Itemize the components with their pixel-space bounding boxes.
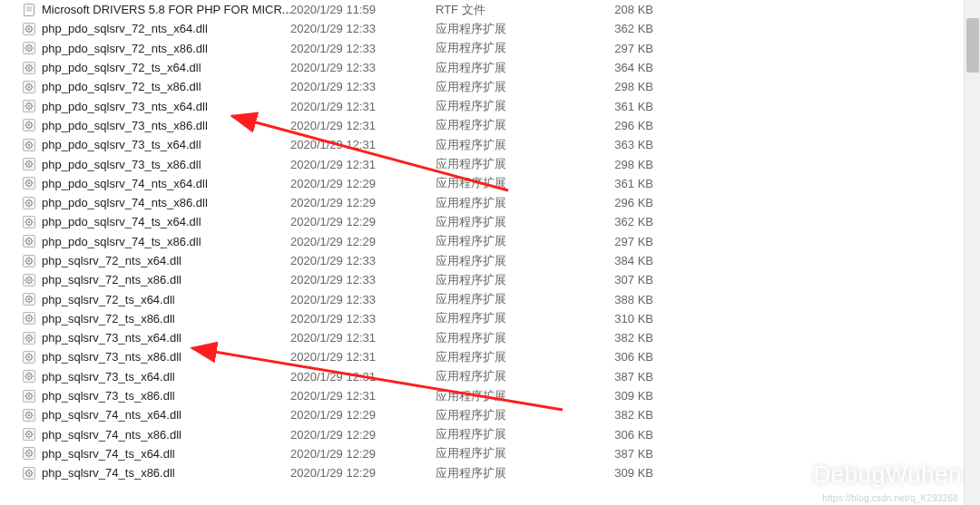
file-size: 208 KB (572, 3, 653, 16)
file-row[interactable]: Microsoft DRIVERS 5.8 FOR PHP FOR MICR..… (0, 0, 964, 19)
file-row[interactable]: php_pdo_sqlsrv_72_nts_x86.dll2020/1/29 1… (0, 39, 964, 58)
svg-line-157 (31, 277, 32, 278)
svg-line-166 (31, 301, 32, 302)
file-name: php_pdo_sqlsrv_73_nts_x86.dll (42, 119, 208, 132)
svg-line-199 (31, 359, 32, 360)
file-list[interactable]: Microsoft DRIVERS 5.8 FOR PHP FOR MICR..… (0, 0, 964, 482)
file-size: 306 KB (572, 428, 653, 442)
dll-gear-icon (22, 311, 36, 325)
svg-point-50 (28, 105, 30, 107)
document-icon (22, 3, 36, 17)
file-name: php_sqlsrv_72_nts_x64.dll (42, 254, 181, 267)
svg-line-198 (26, 354, 27, 355)
file-row[interactable]: php_sqlsrv_72_nts_x64.dll2020/1/29 12:33… (0, 251, 964, 270)
svg-line-232 (31, 417, 32, 418)
file-type: 应用程序扩展 (436, 156, 572, 172)
file-name: php_pdo_sqlsrv_74_nts_x86.dll (42, 196, 208, 209)
file-row[interactable]: php_pdo_sqlsrv_73_nts_x64.dll2020/1/29 1… (0, 96, 964, 115)
file-row[interactable]: php_pdo_sqlsrv_74_nts_x64.dll2020/1/29 1… (0, 174, 964, 193)
svg-line-135 (31, 238, 32, 239)
file-type: 应用程序扩展 (436, 175, 572, 191)
file-row[interactable]: php_sqlsrv_74_nts_x86.dll2020/1/29 12:29… (0, 425, 964, 444)
dll-gear-icon (22, 408, 36, 422)
svg-line-80 (31, 142, 32, 143)
scrollbar-thumb[interactable] (966, 18, 979, 73)
file-date: 2020/1/29 12:33 (290, 22, 436, 35)
file-size: 387 KB (572, 370, 653, 384)
file-row[interactable]: php_pdo_sqlsrv_74_nts_x86.dll2020/1/29 1… (0, 193, 964, 212)
svg-line-155 (31, 282, 32, 283)
file-size: 298 KB (572, 158, 653, 171)
file-date: 2020/1/29 12:29 (290, 215, 436, 228)
svg-line-33 (26, 64, 27, 65)
file-date: 2020/1/29 12:29 (290, 235, 436, 248)
dll-gear-icon (22, 234, 36, 248)
file-row[interactable]: php_sqlsrv_72_ts_x64.dll2020/1/29 12:33应… (0, 289, 964, 308)
svg-line-178 (26, 321, 27, 322)
file-size: 306 KB (572, 350, 653, 364)
svg-point-105 (28, 202, 30, 204)
file-type: 应用程序扩展 (436, 214, 572, 230)
file-size: 382 KB (572, 331, 653, 345)
file-row[interactable]: php_pdo_sqlsrv_73_ts_x86.dll2020/1/29 12… (0, 154, 964, 173)
file-size: 296 KB (572, 196, 653, 209)
dll-gear-icon (22, 80, 36, 94)
svg-line-254 (31, 456, 32, 457)
file-size: 362 KB (572, 215, 653, 228)
svg-point-17 (28, 47, 30, 49)
svg-line-154 (26, 277, 27, 278)
file-date: 2020/1/29 12:29 (290, 466, 436, 480)
svg-line-111 (31, 205, 32, 206)
svg-line-124 (31, 219, 32, 220)
file-row[interactable]: php_pdo_sqlsrv_74_ts_x86.dll2020/1/29 12… (0, 232, 964, 251)
file-name: php_pdo_sqlsrv_73_ts_x86.dll (42, 158, 201, 171)
dll-gear-icon (22, 41, 36, 55)
svg-line-242 (26, 432, 27, 432)
svg-point-83 (28, 163, 30, 165)
file-name: php_sqlsrv_73_ts_x64.dll (42, 370, 175, 384)
svg-line-46 (26, 89, 27, 90)
svg-line-233 (26, 417, 27, 418)
file-row[interactable]: php_pdo_sqlsrv_72_ts_x86.dll2020/1/29 12… (0, 77, 964, 96)
file-row[interactable]: php_sqlsrv_73_nts_x86.dll2020/1/29 12:31… (0, 347, 964, 366)
file-row[interactable]: php_sqlsrv_74_nts_x64.dll2020/1/29 12:29… (0, 405, 964, 424)
svg-line-69 (31, 122, 32, 123)
file-row[interactable]: php_sqlsrv_73_ts_x86.dll2020/1/29 12:31应… (0, 386, 964, 405)
svg-line-56 (31, 108, 32, 109)
svg-line-211 (26, 378, 27, 379)
file-row[interactable]: php_pdo_sqlsrv_73_nts_x86.dll2020/1/29 1… (0, 116, 964, 135)
svg-line-25 (31, 45, 32, 46)
svg-line-264 (26, 471, 27, 471)
svg-line-243 (31, 436, 32, 437)
svg-line-110 (26, 200, 27, 201)
svg-line-168 (31, 296, 32, 297)
dll-gear-icon (22, 331, 36, 345)
file-date: 2020/1/29 12:31 (290, 158, 436, 171)
scrollbar-track[interactable] (964, 0, 980, 505)
file-name: php_pdo_sqlsrv_72_nts_x86.dll (42, 42, 208, 55)
svg-point-182 (28, 337, 30, 339)
svg-line-79 (26, 147, 27, 148)
file-row[interactable]: php_pdo_sqlsrv_73_ts_x64.dll2020/1/29 12… (0, 135, 964, 154)
svg-line-190 (31, 335, 32, 336)
file-size: 364 KB (572, 61, 653, 74)
svg-line-90 (26, 166, 27, 167)
svg-point-61 (28, 124, 30, 126)
file-type: 应用程序扩展 (436, 137, 572, 153)
file-name: php_sqlsrv_73_nts_x64.dll (42, 331, 181, 345)
svg-line-222 (26, 398, 27, 399)
file-name: php_sqlsrv_74_nts_x86.dll (42, 428, 181, 442)
file-row[interactable]: php_sqlsrv_73_ts_x64.dll2020/1/29 12:31应… (0, 367, 964, 386)
file-row[interactable]: php_sqlsrv_72_ts_x86.dll2020/1/29 12:33应… (0, 309, 964, 328)
file-row[interactable]: php_pdo_sqlsrv_72_nts_x64.dll2020/1/29 1… (0, 19, 964, 38)
svg-line-245 (31, 432, 32, 432)
file-row[interactable]: php_pdo_sqlsrv_74_ts_x64.dll2020/1/29 12… (0, 212, 964, 231)
file-name: php_pdo_sqlsrv_72_ts_x86.dll (42, 80, 201, 93)
svg-line-12 (31, 31, 32, 32)
file-row[interactable]: php_sqlsrv_73_nts_x64.dll2020/1/29 12:31… (0, 328, 964, 347)
svg-line-221 (31, 398, 32, 399)
file-date: 2020/1/29 12:33 (290, 61, 436, 74)
svg-line-187 (26, 335, 27, 336)
file-row[interactable]: php_pdo_sqlsrv_72_ts_x64.dll2020/1/29 12… (0, 58, 964, 77)
file-row[interactable]: php_sqlsrv_72_nts_x86.dll2020/1/29 12:33… (0, 270, 964, 289)
